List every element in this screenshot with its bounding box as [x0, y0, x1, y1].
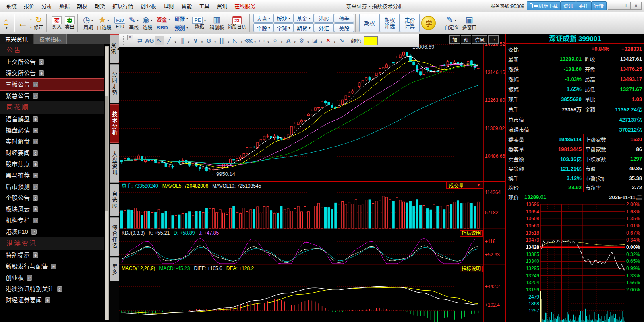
main-kline-chart[interactable]: 14028.5213146.1612263.8011369.0210486.66… [119, 34, 505, 322]
toolbar-button-新股日历[interactable]: 23新股日历 [226, 16, 248, 30]
sidebar-item-创业板[interactable]: 创业板e [0, 272, 104, 283]
menu-item-8[interactable]: 创业板 [137, 2, 160, 10]
draw-tool-11[interactable]: ▭ [257, 36, 266, 45]
menu-item-4[interactable]: 数据 [56, 2, 73, 10]
toolbar-button-科创板[interactable]: ▥科创板 [208, 15, 226, 31]
toolbar-button-研报[interactable]: 研报▼ [172, 14, 191, 23]
toolbar-button-周期[interactable]: ◷▼周期 [81, 15, 95, 31]
vtab-分时走势[interactable]: 分时走势 [110, 64, 119, 103]
volume-indicator-button[interactable]: 成交量 ▼ [446, 182, 483, 189]
kdj-help-button[interactable]: 指标说明 [460, 230, 483, 237]
market-button-板块[interactable]: 板块▼ [273, 14, 294, 23]
color-swatch[interactable] [364, 36, 378, 45]
chart-button-加[interactable]: 加 [449, 35, 460, 44]
menu-item-6[interactable]: 期货 [91, 2, 109, 10]
toolbar-button-期权筛选[interactable]: 期权 筛选 [379, 14, 400, 32]
chart-button-信息[interactable]: 信息 [472, 35, 487, 44]
learn-coin-button[interactable]: 学 [421, 16, 436, 30]
menu-item-7[interactable]: 扩展行情 [109, 2, 137, 10]
sidebar-item-财经证券要闻[interactable]: 财经证券要闻e [0, 295, 104, 306]
menu-item-2[interactable]: 报价 [20, 2, 38, 10]
toolbar-button-数据[interactable]: PE▼数据 [191, 16, 208, 30]
draw-tool-4[interactable]: ╱ [165, 36, 174, 45]
sidebar-item-黑马推荐[interactable]: 黑马推荐e [0, 170, 104, 181]
draw-tool-14[interactable]: ⚙ [297, 36, 306, 45]
toolbar-button-F10[interactable]: F10F10 [113, 16, 127, 30]
sidebar-item-深交所公告[interactable]: 深交所公告e [0, 68, 104, 79]
toolbar-button-期权[interactable]: 期权 [359, 14, 379, 32]
quick-button-3[interactable]: 委托 [576, 1, 591, 10]
draw-tool-16[interactable]: × [324, 36, 333, 45]
menu-item-11[interactable]: 工具 [195, 2, 213, 10]
toolbar-button-选股[interactable]: ◉▼选股 [141, 15, 154, 31]
sidebar-item-紧急公告[interactable]: 紧急公告e [0, 90, 104, 101]
draw-tool-17[interactable]: ↘ [337, 36, 346, 45]
market-button-全球[interactable]: 全球▼ [273, 23, 294, 32]
vtab-自选股[interactable]: 自选股 [110, 184, 119, 216]
chart-button-预[interactable]: 预 [461, 35, 471, 44]
draw-tool-5[interactable]: ∥ [178, 36, 186, 45]
sidebar-scrollbar[interactable] [105, 46, 109, 320]
sidebar-item-操盘必读[interactable]: 操盘必读e [0, 125, 104, 136]
menu-item-10[interactable]: 智能 [178, 2, 195, 10]
vtab-技术分析[interactable]: 技术分析 [110, 104, 119, 143]
menu-item-13[interactable]: 在线服务 [231, 2, 259, 10]
sidebar-item-个股公告[interactable]: 个股公告e [0, 192, 104, 204]
draw-tool-2[interactable]: AG [145, 36, 154, 45]
market-button-港股[interactable]: 港股 [314, 14, 334, 23]
sidebar-item-后市预测[interactable]: 后市预测e [0, 181, 104, 192]
toolbar-button-买入[interactable]: 买买入 [50, 16, 63, 30]
market-button-债券[interactable]: 债券 [334, 14, 354, 23]
draw-tool-7[interactable]: G [204, 36, 213, 45]
back-button[interactable]: ← [16, 14, 30, 31]
toolbar-button-画线[interactable]: ✎▼画线 [127, 15, 141, 31]
drawbar-close-icon[interactable]: × [127, 35, 133, 40]
draw-tool-8[interactable]: ||| [217, 36, 226, 45]
market-button-个股[interactable]: 个股▼ [253, 23, 273, 32]
market-button-期货[interactable]: 期货▼ [294, 23, 314, 32]
vtab-综合排名[interactable]: 综合排名 [110, 217, 119, 256]
expand-arrow-button[interactable]: → [488, 35, 499, 44]
quick-button-1[interactable]: 手机版下载 [527, 1, 561, 10]
sidebar-item-机构专栏[interactable]: 机构专栏e [0, 215, 104, 226]
draw-tool-1[interactable]: ⇄ [135, 36, 144, 45]
menu-item-5[interactable]: 期权 [73, 2, 91, 10]
sidebar-item-股市焦点[interactable]: 股市焦点e [0, 159, 104, 170]
draw-tool-15[interactable]: ◪ [311, 36, 319, 45]
draw-tool-12[interactable]: ○ [271, 36, 280, 45]
toolbar-button-多窗口[interactable]: ▣多窗口 [460, 15, 478, 31]
sidebar-tab-技术指标[interactable]: 技术指标 [34, 33, 67, 44]
quick-button-4[interactable]: 行情 [591, 1, 607, 10]
market-button-大盘[interactable]: 大盘▼ [253, 14, 273, 23]
toolbar-button-自选股[interactable]: ★▼自选股 [95, 15, 113, 31]
minimize-button[interactable]: ─ [608, 2, 619, 10]
market-button-外汇[interactable]: 外汇 [314, 23, 334, 32]
draw-tool-9[interactable]: ◺ [231, 36, 240, 45]
sidebar-item-三板公告[interactable]: 三板公告e [0, 79, 104, 90]
sidebar-item-语音解盘[interactable]: 语音解盘e [0, 114, 104, 125]
scrollbar-thumb[interactable] [105, 96, 108, 211]
sidebar-item-特别提示[interactable]: 特别提示e [0, 250, 104, 261]
vtab-大盘资讯[interactable]: 大盘资讯 [110, 144, 119, 183]
menu-item-12[interactable]: 资讯 [213, 2, 231, 10]
toolbar-button-卖出[interactable]: 卖卖出 [63, 16, 76, 30]
restore-button[interactable]: ❐ [619, 2, 630, 10]
market-button-基金[interactable]: 基金▼ [294, 14, 314, 23]
home-button[interactable]: ⌂▼ [2, 17, 11, 30]
toolbar-button-BBD[interactable]: BBD [155, 24, 173, 31]
quick-button-2[interactable]: 资讯 [561, 1, 576, 10]
macd-help-button[interactable]: 指标说明 [460, 266, 483, 272]
sidebar-item-财经要闻[interactable]: 财经要闻e [0, 147, 104, 159]
intraday-chart[interactable]: 136962.00%136541.68%136081.35%135631.01%… [506, 201, 644, 322]
vtab-资讯[interactable]: ◀资讯 [110, 34, 119, 63]
menu-item-3[interactable]: 分析 [38, 2, 56, 10]
sidebar-item-上交所公告[interactable]: 上交所公告e [0, 56, 104, 68]
close-button[interactable]: × [630, 2, 642, 10]
market-button-美股[interactable]: 美股 [334, 23, 354, 32]
toolbar-button-修正[interactable]: ↻修正 [32, 15, 45, 31]
draw-tool-13[interactable]: A [284, 36, 293, 45]
sidebar-item-实时解盘[interactable]: 实时解盘e [0, 136, 104, 147]
toolbar-button-资金[interactable]: 资金▼ [155, 15, 173, 23]
sidebar-item-港澳F10[interactable]: 港澳F10e [0, 226, 104, 237]
toolbar-button-定价计算[interactable]: 定价 计算 [400, 14, 420, 32]
